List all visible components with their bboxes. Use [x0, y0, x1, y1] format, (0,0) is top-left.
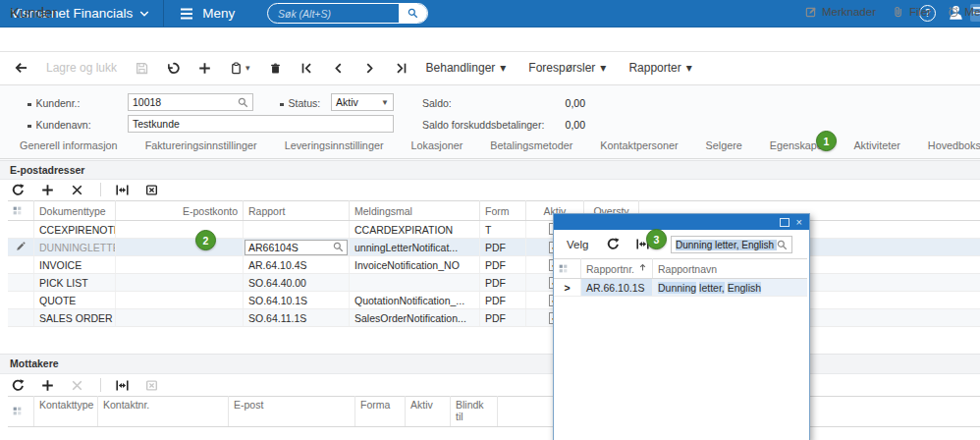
close-x-button[interactable]	[71, 379, 83, 392]
column-header[interactable]: Meldingsmal	[350, 201, 480, 221]
header-link-filer[interactable]: Filer	[893, 6, 931, 18]
column-header[interactable]: Rapportnr.	[581, 259, 653, 279]
epostkonto-cell[interactable]	[116, 239, 244, 256]
tab-lokasjoner[interactable]: Lokasjoner	[408, 137, 464, 157]
column-header[interactable]: Forma	[355, 397, 406, 427]
form-cell[interactable]: PDF	[480, 309, 526, 327]
column-header[interactable]: Kontaktnr.	[98, 397, 229, 427]
rapport-cell[interactable]: SO.64.40.00	[244, 274, 350, 292]
epost-row-dunningletter[interactable]: DUNNINGLETTERAR66104SunningLetterNotific…	[8, 239, 980, 256]
dokumenttype-cell[interactable]: SALES ORDER	[34, 309, 116, 327]
tab-selgere[interactable]: Selgere	[704, 137, 744, 157]
column-header[interactable]: Rapportnavn	[653, 259, 808, 279]
form-cell[interactable]: PDF	[480, 292, 526, 309]
popup-result-row[interactable]: >AR.66.10.1SDunning letter, English	[554, 279, 807, 297]
dokumenttype-cell[interactable]: INVOICE	[34, 256, 116, 274]
tab-aktiviteter[interactable]: Aktiviteter	[851, 137, 901, 157]
menu-forespørsler[interactable]: Forespørsler▾	[528, 61, 606, 75]
plus-button[interactable]	[41, 184, 54, 196]
select-button[interactable]: Velg	[567, 239, 588, 250]
column-header[interactable]: Aktiv	[406, 397, 451, 427]
lookup-magnifier-icon[interactable]	[333, 242, 344, 252]
rapport-cell[interactable]: AR66104S	[244, 239, 350, 256]
undo-button[interactable]	[167, 62, 180, 75]
nav-first-button[interactable]	[300, 62, 313, 75]
column-header[interactable]: Kontakttype	[34, 397, 98, 427]
tab-kontaktpersoner[interactable]: Kontaktpersoner	[598, 137, 680, 157]
row-selector[interactable]	[8, 292, 34, 309]
row-selector[interactable]	[8, 309, 34, 327]
close-x-button[interactable]	[71, 184, 83, 196]
rapport-cell[interactable]: SO.64.11.1S	[244, 309, 350, 327]
rapport-cell[interactable]: SO.64.10.1S	[244, 292, 350, 309]
column-header[interactable]: E-post	[229, 397, 355, 427]
row-selector[interactable]	[8, 239, 34, 256]
tab-betalingsmetoder[interactable]: Betalingsmetoder	[488, 137, 574, 157]
epostkonto-cell[interactable]	[116, 292, 244, 309]
meldingsmal-cell[interactable]	[350, 274, 480, 292]
plus-button[interactable]	[198, 62, 211, 75]
trash-button[interactable]	[269, 62, 282, 75]
meldingsmal-cell[interactable]: InvoiceNotification_NO	[350, 256, 480, 274]
magnifier-icon[interactable]	[777, 240, 788, 250]
row-selector[interactable]	[8, 256, 34, 274]
epost-row-invoice[interactable]: INVOICEAR.64.10.4SInvoiceNotification_NO…	[8, 256, 980, 274]
form-cell[interactable]: PDF	[480, 256, 526, 274]
lookup-magnifier-icon[interactable]	[238, 97, 248, 108]
column-header[interactable]: Dokumenttype	[34, 201, 116, 221]
row-selector[interactable]	[8, 221, 34, 239]
menu-behandlinger[interactable]: Behandlinger▾	[426, 61, 507, 75]
close-icon[interactable]: ×	[796, 217, 802, 227]
tab-faktureringsinnstillinger[interactable]: Faktureringsinnstillinger	[143, 137, 259, 157]
export-button[interactable]	[145, 379, 158, 392]
rapportnavn-cell[interactable]: Dunning letter, English	[653, 279, 808, 297]
column-header[interactable]	[8, 201, 34, 221]
column-header[interactable]: E-postkonto	[116, 201, 244, 221]
dialog-search-input[interactable]: Dunning letter, English	[671, 236, 792, 253]
dokumenttype-cell[interactable]: DUNNINGLETTER	[34, 239, 116, 256]
header-link-merknader[interactable]: Merknader	[805, 6, 876, 18]
dialog-titlebar[interactable]: ×	[554, 214, 809, 230]
meldingsmal-cell[interactable]: unningLetterNotificat...	[350, 239, 480, 256]
tab-hovedbokskontoer[interactable]: Hovedbokskontoer	[926, 137, 980, 157]
rapport-lookup-input[interactable]: AR66104S	[245, 240, 348, 255]
meldingsmal-cell[interactable]: QuotationNotification_...	[350, 292, 480, 309]
refresh-button[interactable]	[12, 379, 25, 392]
column-header[interactable]: Rapport	[244, 201, 350, 221]
maximize-icon[interactable]	[780, 218, 789, 227]
nav-next-button[interactable]	[363, 62, 376, 75]
back-arrow-button[interactable]	[15, 62, 27, 75]
column-header[interactable]: Blindk til	[451, 397, 498, 427]
search-button[interactable]	[399, 4, 427, 23]
form-cell[interactable]: PDF	[480, 239, 526, 256]
main-menu-button[interactable]: Meny	[180, 6, 235, 21]
rapportnr-cell[interactable]: AR.66.10.1S	[581, 279, 653, 297]
form-cell[interactable]: PDF	[480, 274, 526, 292]
header-link-meldinger[interactable]: Meldinger	[948, 6, 980, 18]
save-button[interactable]	[136, 62, 148, 75]
epostkonto-cell[interactable]	[116, 221, 244, 239]
epostkonto-cell[interactable]	[116, 256, 244, 274]
dokumenttype-cell[interactable]: CCEXPIRENOTE	[34, 221, 116, 239]
fit-width-button[interactable]	[116, 379, 129, 392]
refresh-icon[interactable]	[607, 238, 620, 250]
refresh-button[interactable]	[12, 184, 25, 196]
copy-paste-button[interactable]: ▾	[230, 62, 250, 75]
column-header[interactable]	[554, 259, 581, 279]
kundenr-field[interactable]: 10018	[128, 93, 253, 111]
epost-row-quote[interactable]: QUOTESO.64.10.1SQuotationNotification_..…	[8, 292, 980, 309]
tab-generell-informasjon[interactable]: Generell informasjon	[18, 137, 120, 157]
rapport-cell[interactable]: AR.64.10.4S	[244, 256, 350, 274]
plus-button[interactable]	[41, 379, 54, 392]
column-header[interactable]: Form	[480, 201, 526, 221]
row-selector[interactable]	[8, 274, 34, 292]
nav-prev-button[interactable]	[332, 62, 345, 75]
epost-row-ccexpirenote[interactable]: CCEXPIRENOTECCARDEXPIRATIONT	[8, 221, 980, 239]
dokumenttype-cell[interactable]: PICK LIST	[34, 274, 116, 292]
meldingsmal-cell[interactable]: CCARDEXPIRATION	[350, 221, 480, 239]
row-selector[interactable]: >	[554, 279, 581, 297]
kundenavn-field[interactable]: Testkunde	[128, 115, 394, 133]
nav-last-button[interactable]	[395, 62, 408, 75]
column-header[interactable]	[8, 397, 34, 427]
dokumenttype-cell[interactable]: QUOTE	[34, 292, 116, 309]
